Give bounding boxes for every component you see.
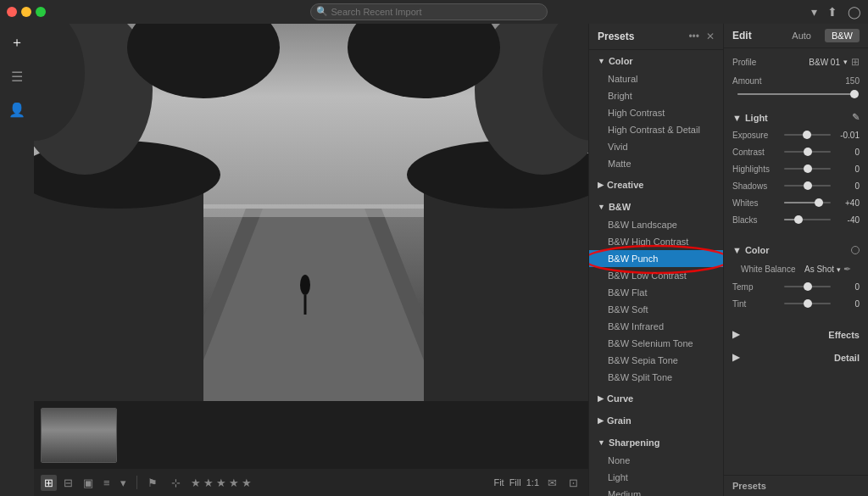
- amount-value: 150: [845, 76, 860, 86]
- minimize-button[interactable]: [21, 7, 31, 17]
- edit-tab-bw[interactable]: B&W: [825, 29, 860, 42]
- presets-options-icon[interactable]: •••: [688, 31, 699, 42]
- tint-thumb[interactable]: [804, 299, 812, 308]
- preset-high-contrast-detail[interactable]: High Contrast & Detail: [589, 121, 723, 138]
- contrast-thumb[interactable]: [804, 148, 812, 156]
- amount-slider[interactable]: [737, 88, 854, 100]
- preset-high-contrast[interactable]: High Contrast: [589, 104, 723, 121]
- edit-section-detail-header[interactable]: ▶ Detail: [724, 348, 868, 367]
- edit-scroll[interactable]: Profile B&W 01 ▾ ⊞ Amount 150: [724, 48, 868, 475]
- exposure-slider[interactable]: [784, 129, 831, 141]
- preset-bw-infrared[interactable]: B&W Infrared: [589, 318, 723, 335]
- temp-thumb[interactable]: [804, 282, 812, 291]
- presets-scroll[interactable]: ▼ Color Natural Bright High Contrast Hig…: [589, 50, 723, 496]
- edit-panel-footer[interactable]: Presets: [724, 475, 868, 496]
- chevron-light-icon: ▼: [732, 113, 742, 123]
- star-4[interactable]: ★: [229, 476, 239, 489]
- maximize-button[interactable]: [36, 7, 46, 17]
- temp-row: Temp 0: [732, 281, 860, 293]
- zoom-fit[interactable]: Fit: [493, 477, 504, 488]
- exposure-thumb[interactable]: [803, 131, 811, 139]
- film-thumb-1[interactable]: [41, 408, 117, 463]
- close-button[interactable]: [7, 7, 17, 17]
- edit-section-color-header[interactable]: ▼ Color: [724, 241, 868, 259]
- temp-label: Temp: [732, 282, 779, 292]
- sidebar-icon-add[interactable]: ＋: [7, 31, 27, 55]
- profile-dots-icon[interactable]: ⊞: [851, 56, 860, 68]
- presets-section-bw-header[interactable]: ▼ B&W: [589, 198, 723, 216]
- presets-section-creative-header[interactable]: ▶ Creative: [589, 176, 723, 194]
- edit-tab-auto[interactable]: Auto: [785, 29, 818, 42]
- presets-section-curve-header[interactable]: ▶ Curve: [589, 389, 723, 408]
- edit-section-detail: ▶ Detail: [724, 348, 868, 367]
- presets-close-icon[interactable]: ✕: [706, 31, 715, 42]
- temp-slider[interactable]: [784, 281, 831, 293]
- star-5[interactable]: ★: [242, 476, 252, 489]
- zoom-fill[interactable]: Fill: [509, 477, 521, 488]
- share-icon[interactable]: ⬆: [827, 5, 837, 19]
- profile-row: Profile B&W 01 ▾ ⊞: [724, 53, 868, 70]
- filter-icon[interactable]: ▾: [811, 5, 817, 19]
- user-icon[interactable]: ◯: [848, 5, 861, 19]
- presets-section-sharpening-header[interactable]: ▼ Sharpening: [589, 433, 723, 452]
- preset-bright[interactable]: Bright: [589, 87, 723, 104]
- preset-bw-selenium[interactable]: B&W Selenium Tone: [589, 335, 723, 352]
- profile-label: Profile: [732, 58, 756, 67]
- wb-dropdown-icon[interactable]: ▾: [837, 265, 841, 274]
- preset-bw-soft[interactable]: B&W Soft: [589, 301, 723, 318]
- presets-section-color-header[interactable]: ▼ Color: [589, 52, 723, 70]
- preset-sharpening-medium[interactable]: Medium: [589, 486, 723, 496]
- whites-thumb[interactable]: [815, 198, 823, 207]
- presets-section-grain-header[interactable]: ▶ Grain: [589, 411, 723, 430]
- edit-panel-header: Edit Auto B&W: [724, 24, 868, 48]
- preset-bw-split[interactable]: B&W Split Tone: [589, 369, 723, 386]
- view-menu-button[interactable]: ≡: [100, 475, 114, 491]
- svg-rect-6: [424, 175, 588, 402]
- star-3[interactable]: ★: [216, 476, 226, 489]
- shadows-thumb[interactable]: [804, 181, 812, 190]
- preset-bw-punch[interactable]: B&W Punch: [589, 250, 723, 267]
- view-square-button[interactable]: ▣: [80, 475, 97, 491]
- mail-icon[interactable]: ✉: [544, 475, 560, 491]
- svg-rect-4: [34, 175, 203, 402]
- flag-button[interactable]: ⚑: [144, 475, 161, 491]
- profile-dropdown-icon[interactable]: ▾: [843, 58, 848, 66]
- preset-bw-high-contrast[interactable]: B&W High Contrast: [589, 233, 723, 250]
- light-edit-icon[interactable]: ✎: [852, 112, 860, 123]
- shadows-slider[interactable]: [784, 180, 831, 192]
- presets-section-grain: ▶ Grain: [589, 410, 723, 432]
- view-chevron-button[interactable]: ▾: [117, 475, 130, 491]
- preset-matte[interactable]: Matte: [589, 155, 723, 172]
- highlights-thumb[interactable]: [804, 164, 812, 173]
- preset-sharpening-light[interactable]: Light: [589, 469, 723, 486]
- search-input[interactable]: [310, 3, 548, 20]
- whites-slider[interactable]: [784, 197, 831, 209]
- preset-bw-flat[interactable]: B&W Flat: [589, 284, 723, 301]
- star-2[interactable]: ★: [203, 476, 214, 489]
- zoom-1-1[interactable]: 1:1: [526, 477, 539, 488]
- info-button[interactable]: ⊹: [168, 475, 184, 491]
- crop-icon[interactable]: ⊡: [565, 475, 581, 491]
- star-1[interactable]: ★: [191, 476, 201, 489]
- sidebar-icon-menu[interactable]: ☰: [8, 65, 26, 88]
- contrast-slider[interactable]: [784, 146, 831, 158]
- preset-sharpening-none[interactable]: None: [589, 452, 723, 469]
- sidebar-icon-user[interactable]: 👤: [5, 98, 29, 121]
- edit-section-effects-header[interactable]: ▶ Effects: [724, 325, 868, 344]
- detail-section-label: Detail: [834, 353, 860, 363]
- view-grid-button[interactable]: ⊞: [41, 475, 57, 491]
- preset-bw-sepia[interactable]: B&W Sepia Tone: [589, 352, 723, 369]
- tint-slider[interactable]: [784, 298, 831, 309]
- wb-eyedropper-icon[interactable]: ✒: [843, 264, 851, 275]
- highlights-slider[interactable]: [784, 163, 831, 175]
- blacks-slider[interactable]: [784, 214, 831, 226]
- preset-vivid[interactable]: Vivid: [589, 138, 723, 155]
- preset-bw-low-contrast[interactable]: B&W Low Contrast: [589, 267, 723, 284]
- edit-section-light-header[interactable]: ▼ Light ✎: [724, 108, 868, 127]
- amount-fill: [737, 93, 854, 95]
- blacks-thumb[interactable]: [794, 215, 803, 224]
- view-list-button[interactable]: ⊟: [60, 475, 76, 491]
- preset-bw-landscape[interactable]: B&W Landscape: [589, 216, 723, 233]
- amount-thumb[interactable]: [850, 90, 859, 98]
- preset-natural[interactable]: Natural: [589, 70, 723, 87]
